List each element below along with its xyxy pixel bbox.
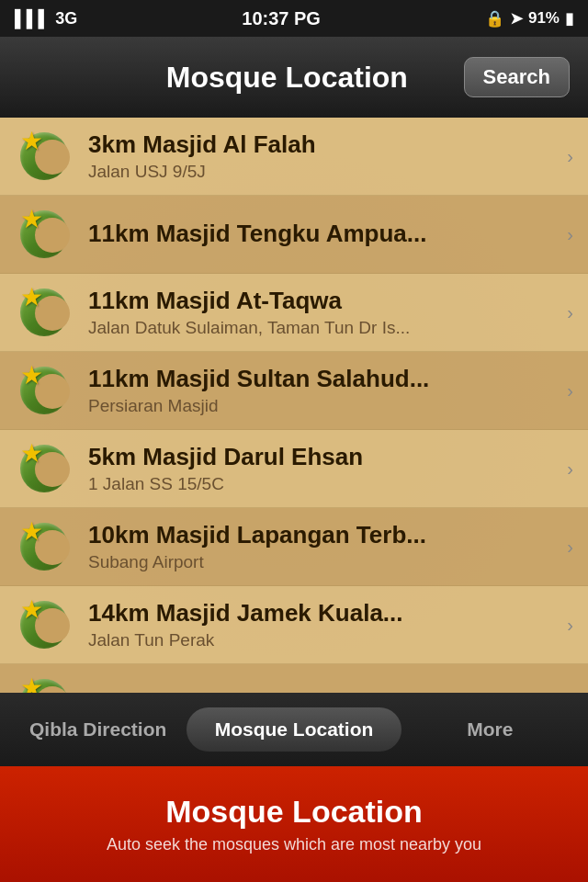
lock-icon: 🔒 [485,9,504,28]
mosque-address: Subang Airport [88,552,560,572]
bottom-banner: Mosque Location Auto seek the mosques wh… [0,766,588,882]
mosque-text: 5km Masjid Darul Ehsan 1 Jalan SS 15/5C [88,443,560,494]
nav-title: Mosque Location [110,61,464,95]
tab-mosque-location[interactable]: Mosque Location [187,707,401,752]
mosque-list-item[interactable]: ★ 13km Masjid Tuanku Mizan › [0,664,588,693]
star-icon: ★ [20,363,43,389]
mosque-icon: ★ [15,283,74,342]
mosque-list: ★ 3km Masjid Al Falah Jalan USJ 9/5J › ★… [0,118,588,693]
mosque-name: 13km Masjid Tuanku Mizan [88,688,560,693]
tab-qibla-direction[interactable]: Qibla Direction [9,709,187,750]
mosque-list-item[interactable]: ★ 5km Masjid Darul Ehsan 1 Jalan SS 15/5… [0,430,588,508]
mosque-icon: ★ [15,595,74,654]
mosque-text: 3km Masjid Al Falah Jalan USJ 9/5J [88,130,560,182]
signal-icon: ▌▌▌ [15,9,50,28]
battery-percent: 91% [528,9,560,28]
chevron-right-icon: › [567,224,573,245]
mosque-name: 14km Masjid Jamek Kuala... [88,599,560,628]
mosque-address: Jalan USJ 9/5J [88,162,560,182]
tab-bar: Qibla Direction Mosque Location More [0,693,588,766]
mosque-address: Persiaran Masjid [88,396,560,416]
battery-icon: ▮ [565,9,573,28]
mosque-icon: ★ [15,127,74,186]
location-icon: ➤ [510,9,523,28]
banner-title: Mosque Location [165,794,423,830]
network-type: 3G [55,9,77,28]
mosque-name: 11km Masjid At-Taqwa [88,287,560,315]
chevron-right-icon: › [567,615,573,636]
status-left: ▌▌▌ 3G [15,9,77,28]
chevron-right-icon: › [567,302,573,323]
main-content: ★ 3km Masjid Al Falah Jalan USJ 9/5J › ★… [0,118,588,693]
mosque-list-item[interactable]: ★ 11km Masjid At-Taqwa Jalan Datuk Sulai… [0,274,588,352]
chevron-right-icon: › [567,458,573,480]
mosque-text: 13km Masjid Tuanku Mizan [88,688,560,693]
star-icon: ★ [20,129,43,154]
tab-more[interactable]: More [401,709,579,750]
chevron-right-icon: › [567,537,573,558]
banner-subtitle: Auto seek the mosques which are most nea… [107,835,481,854]
star-icon: ★ [20,519,43,545]
star-icon: ★ [20,285,43,311]
status-bar: ▌▌▌ 3G 10:37 PG 🔒 ➤ 91% ▮ [0,0,588,37]
mosque-text: 11km Masjid At-Taqwa Jalan Datuk Sulaima… [88,287,560,338]
mosque-icon: ★ [15,361,74,420]
status-right: 🔒 ➤ 91% ▮ [485,9,573,28]
mosque-address: Jalan Tun Perak [88,630,560,650]
mosque-name: 10km Masjid Lapangan Terb... [88,521,560,549]
mosque-name: 11km Masjid Sultan Salahud... [88,365,560,393]
mosque-address: Jalan Datuk Sulaiman, Taman Tun Dr Is... [88,318,560,338]
mosque-address: 1 Jalan SS 15/5C [88,474,560,494]
mosque-list-item[interactable]: ★ 14km Masjid Jamek Kuala... Jalan Tun P… [0,586,588,664]
star-icon: ★ [20,207,43,232]
mosque-name: 11km Masjid Tengku Ampua... [88,220,560,248]
star-icon: ★ [20,441,43,467]
mosque-list-item[interactable]: ★ 10km Masjid Lapangan Terb... Subang Ai… [0,508,588,586]
mosque-list-item[interactable]: ★ 3km Masjid Al Falah Jalan USJ 9/5J › [0,118,588,196]
nav-bar: Mosque Location Search [0,37,588,118]
mosque-list-item[interactable]: ★ 11km Masjid Tengku Ampua... › [0,196,588,274]
chevron-right-icon: › [567,146,573,167]
mosque-text: 11km Masjid Tengku Ampua... [88,220,560,248]
mosque-name: 3km Masjid Al Falah [88,130,560,159]
mosque-list-item[interactable]: ★ 11km Masjid Sultan Salahud... Persiara… [0,352,588,430]
mosque-icon: ★ [15,517,74,576]
mosque-text: 10km Masjid Lapangan Terb... Subang Airp… [88,521,560,572]
search-button[interactable]: Search [464,57,570,97]
chevron-right-icon: › [567,380,573,401]
mosque-name: 5km Masjid Darul Ehsan [88,443,560,471]
mosque-text: 14km Masjid Jamek Kuala... Jalan Tun Per… [88,599,560,650]
mosque-icon: ★ [15,205,74,264]
chevron-right-icon: › [567,693,573,694]
status-time: 10:37 PG [242,8,321,29]
star-icon: ★ [20,675,43,693]
star-icon: ★ [20,597,43,623]
mosque-icon: ★ [15,439,74,498]
mosque-text: 11km Masjid Sultan Salahud... Persiaran … [88,365,560,416]
mosque-icon: ★ [15,673,74,693]
